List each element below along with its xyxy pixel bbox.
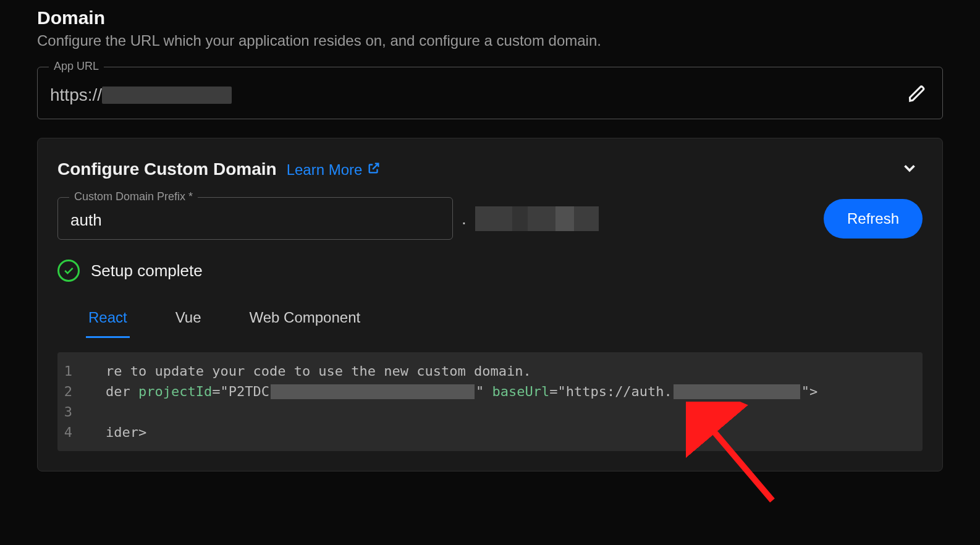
status-text: Setup complete (91, 261, 203, 281)
code-block: 1re to update your code to use the new c… (57, 352, 923, 451)
code-punc: " (476, 381, 484, 402)
learn-more-link[interactable]: Learn More (287, 161, 381, 179)
app-url-field: App URL https:// (37, 67, 943, 119)
code-punc: = (549, 381, 557, 402)
code-line-3: 3 (57, 402, 923, 422)
code-str: P2TDC (229, 381, 269, 402)
code-tabs: React Vue Web Component (57, 303, 923, 339)
code-redacted (271, 384, 475, 399)
custom-domain-panel: Configure Custom Domain Learn More Custo… (37, 138, 943, 471)
code-punc: " (220, 381, 228, 402)
chevron-down-icon (900, 170, 919, 179)
tab-web-component[interactable]: Web Component (247, 303, 363, 338)
code-attr: projectId (138, 381, 212, 402)
custom-domain-prefix-field[interactable]: Custom Domain Prefix * (57, 197, 453, 240)
collapse-panel-button[interactable] (897, 158, 923, 180)
app-url-label: App URL (49, 60, 104, 73)
code-text: der (106, 381, 138, 402)
code-attr: baseUrl (492, 381, 549, 402)
tab-vue[interactable]: Vue (173, 303, 204, 338)
app-url-prefix: https:// (50, 85, 102, 105)
code-text: ider (106, 422, 138, 442)
status-row: Setup complete (57, 260, 923, 282)
line-number: 1 (57, 361, 87, 381)
custom-domain-prefix-input[interactable] (69, 210, 441, 230)
tab-react[interactable]: React (86, 303, 130, 338)
code-punc: > (138, 422, 146, 442)
code-punc: "> (801, 381, 818, 402)
panel-title: Configure Custom Domain (57, 159, 277, 179)
line-number: 3 (57, 402, 87, 422)
suffix-dot: . (462, 209, 467, 229)
app-url-redacted (102, 87, 232, 104)
pencil-icon (908, 96, 926, 105)
check-circle-icon (57, 260, 80, 282)
section-title: Domain (37, 7, 943, 28)
line-number: 2 (57, 381, 87, 402)
prefix-row: Custom Domain Prefix * . Refresh (57, 197, 923, 240)
edit-app-url-button[interactable] (904, 81, 930, 109)
app-url-value: https:// (50, 85, 232, 105)
code-line-2: 2der projectId="P2TDC" baseUrl="https://… (57, 381, 923, 402)
refresh-button[interactable]: Refresh (824, 199, 923, 239)
learn-more-label: Learn More (287, 161, 363, 179)
code-punc: " (557, 381, 565, 402)
code-redacted (674, 384, 800, 399)
code-line-1: 1re to update your code to use the new c… (57, 361, 923, 381)
custom-domain-prefix-label: Custom Domain Prefix * (69, 190, 198, 203)
code-punc: = (212, 381, 220, 402)
line-number: 4 (57, 422, 87, 442)
code-str: https://auth. (566, 381, 672, 402)
external-link-icon (367, 161, 381, 179)
custom-domain-suffix-redacted (475, 206, 599, 231)
section-subtitle: Configure the URL which your application… (37, 32, 943, 49)
panel-header: Configure Custom Domain Learn More (57, 158, 923, 180)
code-text: re to update your code to use the new cu… (106, 361, 531, 381)
code-line-4: 4ider> (57, 422, 923, 442)
